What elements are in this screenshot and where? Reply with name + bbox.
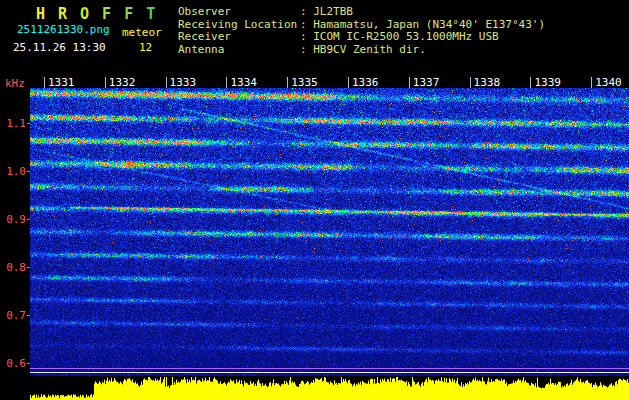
- signal-level-canvas: [30, 376, 629, 400]
- freq-axis-label: 0.7: [2, 309, 26, 322]
- capture-filename: 2511261330.png: [17, 23, 110, 36]
- station-info-label: Antenna: [178, 44, 300, 57]
- freq-axis-label: 0.6: [2, 357, 26, 370]
- spectrogram-canvas: [30, 88, 629, 376]
- freq-axis-label: 1.1: [2, 117, 26, 130]
- station-info-value: : Hamamatsu, Japan (N34°40' E137°43'): [300, 18, 545, 31]
- datetime-label: 25.11.26 13:30: [13, 41, 106, 54]
- station-info-row: Antenna: HB9CV Zenith dir.: [178, 44, 545, 57]
- title-letter: T: [146, 5, 155, 23]
- freq-axis-unit: kHz: [5, 77, 25, 90]
- freq-axis-label: 0.9: [2, 213, 26, 226]
- title-letter: O: [80, 5, 89, 23]
- title-letter: R: [58, 5, 67, 23]
- station-info-value: : ICOM IC-R2500 53.1000MHz USB: [300, 30, 499, 43]
- hrofft-screen: HROFFT 2511261330.png meteor 25.11.26 13…: [0, 0, 629, 400]
- station-info-value: : HB9CV Zenith dir.: [300, 43, 426, 56]
- freq-axis-label: 1.0: [2, 165, 26, 178]
- app-title: HROFFT: [36, 5, 168, 23]
- meteor-count: 12: [139, 41, 152, 54]
- station-info-label: Receiver: [178, 31, 300, 44]
- title-letter: H: [36, 5, 45, 23]
- mode-label: meteor: [122, 26, 162, 39]
- freq-axis-label: 0.8: [2, 261, 26, 274]
- title-letter: F: [102, 5, 111, 23]
- station-info-label: Observer: [178, 6, 300, 19]
- station-info-value: : JL2TBB: [300, 5, 353, 18]
- station-info: Observer: JL2TBBReceiving Location: Hama…: [178, 6, 545, 56]
- title-letter: F: [124, 5, 133, 23]
